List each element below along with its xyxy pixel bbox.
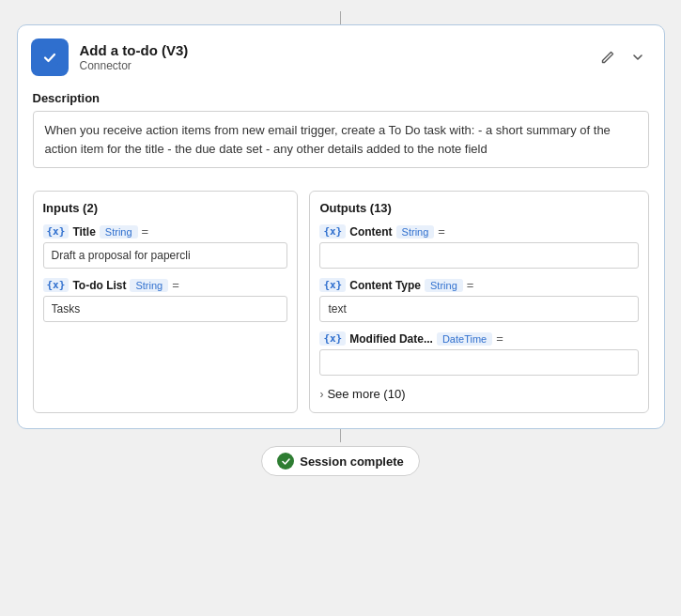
description-text: When you receive action items from new e…	[33, 111, 649, 168]
output-contenttype-type: String	[425, 279, 463, 292]
input-title-equals: =	[142, 224, 149, 239]
see-more-label: See more (10)	[327, 387, 405, 401]
card-header: Add a to-do (V3) Connector	[18, 25, 664, 85]
description-section: Description When you receive action item…	[18, 85, 664, 179]
input-title-type: String	[100, 225, 138, 239]
output-modifieddate-equals: =	[496, 331, 503, 346]
output-contenttype-tag-row: {x} Content Type String =	[319, 278, 638, 292]
connector-card: Add a to-do (V3) Connector Description W…	[17, 24, 665, 429]
inputs-column: Inputs (2) {x} Title String = {x} To-do …	[33, 191, 299, 413]
description-label: Description	[33, 91, 649, 105]
card-title: Add a to-do (V3)	[80, 42, 596, 58]
output-content-equals: =	[438, 224, 445, 239]
output-content-tag-row: {x} Content String =	[319, 224, 638, 239]
header-actions	[596, 46, 649, 69]
connector-line-top	[340, 11, 341, 24]
output-contenttype-icon: {x}	[319, 278, 346, 292]
card-subtitle: Connector	[80, 59, 596, 72]
header-text: Add a to-do (V3) Connector	[80, 42, 596, 72]
input-todolist-equals: =	[172, 278, 179, 292]
output-field-content: {x} Content String =	[319, 224, 638, 269]
output-contenttype-value[interactable]	[319, 296, 638, 322]
output-modifieddate-type: DateTime	[437, 332, 492, 346]
see-more-chevron-icon: ›	[319, 388, 323, 401]
expand-button[interactable]	[627, 46, 649, 69]
output-content-type: String	[396, 225, 435, 239]
input-field-title: {x} Title String =	[43, 224, 288, 269]
connector-icon	[31, 38, 69, 76]
input-todolist-tag-row: {x} To-do List String =	[43, 278, 288, 292]
input-title-tag-row: {x} Title String =	[43, 224, 288, 239]
output-modifieddate-icon: {x}	[319, 331, 346, 346]
output-field-modifieddate: {x} Modified Date... DateTime =	[319, 331, 638, 376]
output-modifieddate-label: Modified Date...	[349, 332, 433, 346]
input-todolist-icon: {x}	[43, 278, 70, 292]
output-content-label: Content	[349, 225, 392, 239]
outputs-header: Outputs (13)	[319, 201, 638, 215]
output-modifieddate-value[interactable]	[319, 349, 638, 376]
input-title-label: Title	[72, 225, 95, 239]
output-content-icon: {x}	[319, 224, 346, 239]
io-section: Inputs (2) {x} Title String = {x} To-do …	[18, 179, 664, 428]
output-modifieddate-tag-row: {x} Modified Date... DateTime =	[319, 331, 638, 346]
inputs-header: Inputs (2)	[43, 201, 288, 215]
input-title-icon: {x}	[43, 224, 70, 239]
see-more-row[interactable]: › See more (10)	[319, 385, 638, 403]
input-todolist-type: String	[130, 279, 168, 292]
input-todolist-label: To-do List	[72, 279, 126, 292]
input-todolist-value[interactable]	[43, 296, 288, 322]
input-field-todolist: {x} To-do List String =	[43, 278, 288, 322]
output-contenttype-label: Content Type	[349, 279, 421, 292]
session-complete-label: Session complete	[300, 454, 404, 469]
svg-rect-0	[41, 49, 58, 66]
connector-line-bottom	[340, 429, 341, 442]
output-contenttype-equals: =	[467, 278, 474, 292]
check-circle-icon	[277, 453, 294, 470]
edit-button[interactable]	[596, 46, 619, 69]
outputs-column: Outputs (13) {x} Content String = {x} Co…	[309, 191, 648, 413]
input-title-value[interactable]	[43, 242, 288, 269]
output-content-value[interactable]	[319, 242, 638, 269]
session-badge: Session complete	[261, 446, 420, 476]
output-field-contenttype: {x} Content Type String =	[319, 278, 638, 322]
